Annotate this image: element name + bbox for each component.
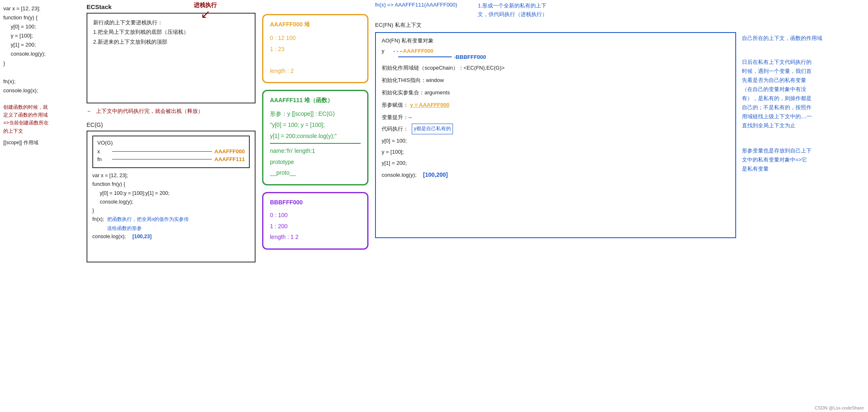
- ecg-section: EC(G) VO(G) x AAAFFF000 fn AAAFFF111: [87, 122, 256, 262]
- heap-orange-title: AAAFFF000 堆: [270, 21, 361, 28]
- heap-green-row3: y[1] = 200;console.log(y);": [270, 131, 361, 142]
- ecg-code-3: y[0] = 100;y = [100];y[1] = 200;: [92, 189, 250, 198]
- vo-fn-dashes: [112, 159, 212, 159]
- ao-y-val2: ·BBBFFF000: [454, 54, 486, 60]
- ecg-code-4: console.log(y);: [92, 198, 250, 206]
- ecstack-exit-label: ← 上下文中的代码执行完，就会被出栈（释放）: [87, 108, 256, 115]
- vo-box: VO(G) x AAAFFF000 fn AAAFFF111: [92, 136, 250, 168]
- right-note-scope: 自己所在的上下文，函数的作用域: [742, 34, 861, 43]
- exec-line-1: y[0] = 100;: [382, 136, 730, 145]
- ecstack-panel: ECStack 进栈执行 ↙ 新行成的上下文要进栈执行： 1.把全局上下文放到栈…: [82, 0, 260, 412]
- vo-x-val: AAAFFF000: [214, 148, 245, 154]
- note-scope-label: [[scope]] 作用域: [3, 138, 79, 147]
- note-function-scope: 创建函数的时候，就 定义了函数的作用域 =>当前创建函数所在 的上下文: [3, 103, 79, 135]
- scope-chain-label: 初始化作用域链（scopeChain）：<EC(FN),EC(G)>: [382, 63, 730, 73]
- ecstack-description-box: 新行成的上下文要进栈执行： 1.把全局上下文放到栈的底部（压缩栈） 2.新进来的…: [87, 13, 256, 103]
- heap-purple-row2: 1 : 200: [270, 221, 361, 232]
- vo-fn-label: fn: [97, 156, 110, 162]
- this-label: 初始化THIS指向：window: [382, 76, 730, 85]
- exec-result: [100,200]: [423, 170, 448, 180]
- ecfn-note-1: 1.形成一个全新的私有的上下 文，供代码执行（进栈执行）: [478, 2, 547, 19]
- code-line-8: [3, 68, 79, 77]
- heap-green-title: AAAFFF111 堆（函数）: [270, 97, 361, 104]
- ecstack-desc-1: 新行成的上下文要进栈执行：: [93, 18, 249, 27]
- vo-x-row: x AAAFFF000: [97, 148, 245, 154]
- ecg-code-block: var x = [12, 23]; function fn(y) { y[0] …: [92, 171, 250, 241]
- heap-orange-row3: [270, 54, 361, 66]
- heap-orange-row2: 1 : 23: [270, 44, 361, 55]
- vo-fn-row: fn AAAFFF111: [97, 156, 245, 162]
- ao-y-row1: y - - - ·AAAFFF000: [382, 48, 730, 54]
- left-code-panel: var x = [12, 23]; function fn(y) { y[0] …: [0, 0, 82, 412]
- heap-green-row2: "y[0] = 100; y = [100];: [270, 119, 361, 131]
- code-line-1: var x = [12, 23];: [3, 4, 79, 13]
- ecg-box: VO(G) x AAAFFF000 fn AAAFFF111 var x = […: [87, 131, 256, 262]
- heap-orange: AAAFFF000 堆 0 : 12 100 1 : 23 length : 2: [262, 14, 368, 83]
- ecfn-fn-signature: fn(x) => AAAFFF111(AAAFFF000): [375, 2, 457, 8]
- exec-line-2: y = [100];: [382, 147, 730, 157]
- args-label: 初始化实参集合：arguments: [382, 88, 730, 97]
- code-line-4: y = [100];: [3, 31, 79, 40]
- ecg-code-5: }: [92, 206, 250, 215]
- ao-y-val1: ·AAAFFF000: [401, 48, 433, 54]
- ecfn-ec-sub: EC(FN) 私有上下文: [375, 21, 422, 29]
- heap-purple-row3: length : 1 2: [270, 232, 361, 243]
- ecg-annotation-fn: 把函数执行，把全局x的值作为实参传: [107, 215, 189, 223]
- ecstack-desc-3: 2.新进来的上下文放到栈的顶部: [93, 37, 249, 47]
- heap-green-row5: prototype: [270, 157, 361, 168]
- vo-fn-val: AAAFFF111: [214, 156, 245, 162]
- ecg-code-2: function fn(y) {: [92, 180, 250, 189]
- code-line-3: y[0] = 100;: [3, 22, 79, 31]
- ecg-code-6: fn(x); 把函数执行，把全局x的值作为实参传: [92, 215, 250, 224]
- ecg-code-1: var x = [12, 23];: [92, 171, 250, 180]
- ao-y-row2: ·BBBFFF000: [398, 54, 730, 60]
- heap-green-row6: __proto__: [270, 167, 361, 178]
- code-line-10: console.log(x);: [3, 86, 79, 95]
- ao-dashes1: - - -: [393, 48, 401, 54]
- heap-purple-title: BBBFFF000: [270, 199, 361, 206]
- ecg-code-7: console.log(x); [100,23]: [92, 232, 250, 241]
- ecg-annotation-fn2: 送给函数的形参: [92, 224, 250, 232]
- y-private-box: y都是自己私有的: [412, 124, 453, 134]
- formal-param-val: y = AAAFFF000: [410, 101, 449, 110]
- vo-title: VO(G): [97, 140, 245, 146]
- ecg-title: EC(G): [87, 122, 256, 128]
- heap-purple: BBBFFF000 0 : 100 1 : 200 length : 1 2: [262, 192, 368, 250]
- code-line-5: y[1] = 200;: [3, 40, 79, 49]
- code-line-6: console.log(y);: [3, 49, 79, 59]
- middle-heap-panel: AAAFFF000 堆 0 : 12 100 1 : 23 length : 2…: [260, 0, 371, 412]
- right-note-variable: 日后在私有上下文代码执行的 时候，遇到一个变量，我们首 先看是否为自己的私有变量…: [742, 49, 861, 131]
- right-notes-panel: 自己所在的上下文，函数的作用域 日后在私有上下文代码执行的 时候，遇到一个变量，…: [736, 32, 864, 238]
- ecfn-panel: fn(x) => AAAFFF111(AAAFFF000) 1.形成一个全新的私…: [371, 0, 868, 412]
- ao-y-underline: [398, 56, 452, 57]
- code-line-2: function fn(y) {: [3, 13, 79, 22]
- ecstack-title: ECStack: [87, 3, 256, 10]
- heap-orange-row1: 0 : 12 100: [270, 33, 361, 44]
- exec-line-4: console.log(y); [100,200]: [382, 170, 730, 180]
- exec-line-3: y[1] = 200;: [382, 158, 730, 168]
- ao-title: AO(FN) 私有变量对象: [382, 37, 730, 44]
- code-line-7: }: [3, 59, 79, 68]
- heap-purple-row1: 0 : 100: [270, 210, 361, 221]
- right-note-param: 形参变量也是存放到自己上下 文中的私有变量对象中=>它 是私有变量: [742, 137, 861, 173]
- heap-green-row1: 形参：y [[scope]] : EC(G): [270, 108, 361, 119]
- watermark: CSDN @Lsx-codeShare: [815, 405, 864, 410]
- vo-x-dashes: [112, 151, 212, 152]
- heap-orange-row4: length : 2: [270, 66, 361, 77]
- code-exec-section: 代码执行： y都是自己私有的: [382, 124, 730, 134]
- ecstack-desc-2: 1.把全局上下文放到栈的底部（压缩栈）: [93, 27, 249, 37]
- heap-green: AAAFFF111 堆（函数） 形参：y [[scope]] : EC(G) "…: [262, 90, 368, 185]
- ecfn-box: AO(FN) 私有变量对象 y - - - ·AAAFFF000 ·BBBFFF…: [375, 32, 736, 238]
- hoist-label: 变量提升：--: [382, 113, 730, 122]
- vo-x-label: x: [97, 148, 110, 154]
- heap-green-row4: name:'fn' length:1: [270, 145, 361, 157]
- code-line-9: fn(x);: [3, 77, 79, 86]
- ao-y-label: y: [382, 48, 392, 54]
- formal-param-label: 形参赋值： y = AAAFFF000: [382, 101, 730, 110]
- ecg-result: [100,23]: [132, 232, 152, 241]
